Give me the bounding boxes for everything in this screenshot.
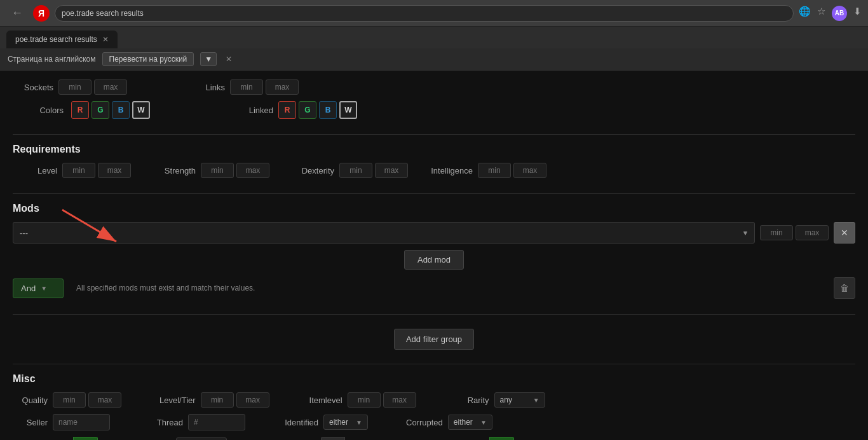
sockets-row: Sockets Links xyxy=(13,79,855,95)
itemlevel-min-input[interactable] xyxy=(348,392,381,408)
thread-input[interactable] xyxy=(188,414,245,430)
level-tier-label: Level/Tier xyxy=(159,395,196,405)
colors-buttons: R G B W xyxy=(71,101,150,119)
misc-row-3: Online only On Buyout either ▼ Alternati… xyxy=(13,437,855,440)
mods-select-wrapper: --- ▼ xyxy=(13,222,755,244)
active-tab[interactable]: poe.trade search results ✕ xyxy=(6,31,118,48)
mods-select[interactable]: --- xyxy=(13,222,755,244)
level-min-input[interactable] xyxy=(62,163,95,178)
profile-avatar[interactable]: AB xyxy=(832,6,847,21)
address-bar[interactable]: poe.trade search results xyxy=(55,5,794,22)
mods-and-row: And ▼ All specified mods must exist and … xyxy=(13,277,855,299)
linked-w-button[interactable]: W xyxy=(339,101,357,119)
dexterity-filter: Dexterity xyxy=(290,163,408,178)
tab-close-button[interactable]: ✕ xyxy=(102,35,109,44)
corrupted-field: Corrupted either ▼ xyxy=(406,415,492,430)
links-min-input[interactable] xyxy=(230,79,263,95)
online-only-on[interactable]: On xyxy=(73,437,98,440)
intelligence-label: Intelligence xyxy=(428,166,473,175)
sockets-max-input[interactable] xyxy=(94,79,127,95)
browser-icons: 🌐 ☆ AB ⬇ xyxy=(799,6,862,21)
bookmark-icon[interactable]: ☆ xyxy=(817,6,825,21)
identified-field: Identified either ▼ xyxy=(283,415,368,430)
color-w-button[interactable]: W xyxy=(132,101,150,119)
color-b-button[interactable]: B xyxy=(112,101,130,119)
seller-input[interactable] xyxy=(53,414,110,430)
browser-back-button[interactable]: ← xyxy=(6,4,28,22)
intelligence-min-input[interactable] xyxy=(478,163,511,178)
identified-value: either xyxy=(329,418,356,427)
color-g-button[interactable]: G xyxy=(92,101,109,119)
corrupted-label: Corrupted xyxy=(406,418,443,427)
add-filter-group-button[interactable]: Add filter group xyxy=(394,329,474,350)
tab-bar: poe.trade search results ✕ xyxy=(0,27,868,48)
misc-row-1: Quality Level/Tier Itemlevel xyxy=(13,392,855,408)
links-max-input[interactable] xyxy=(266,79,299,95)
linked-b-button[interactable]: B xyxy=(319,101,337,119)
online-only-field: Online only On xyxy=(13,437,98,440)
strength-input-pair xyxy=(201,163,269,178)
sockets-label: Sockets xyxy=(9,83,53,92)
level-tier-min-input[interactable] xyxy=(201,392,234,408)
mods-max-input[interactable] xyxy=(796,225,829,240)
main-content: Sockets Links Col xyxy=(0,71,868,440)
download-icon[interactable]: ⬇ xyxy=(853,6,862,21)
misc-section: Misc Quality Level/Tier xyxy=(13,364,855,440)
level-tier-max-input[interactable] xyxy=(236,392,269,408)
alt-art-field: Alternative art Off xyxy=(265,437,364,440)
sockets-min-input[interactable] xyxy=(58,79,92,95)
mods-filter-row: --- ▼ ✕ xyxy=(13,222,855,244)
and-label: And xyxy=(21,284,36,293)
strength-min-input[interactable] xyxy=(201,163,234,178)
mods-description: All specified mods must exist and match … xyxy=(76,284,255,292)
translate-dropdown-button[interactable]: ▼ xyxy=(200,52,217,66)
extensions-icon[interactable]: 🌐 xyxy=(799,6,811,21)
misc-row-2: Seller Thread Identified either ▼ Corrup… xyxy=(13,414,855,430)
filter-group-container: Add filter group xyxy=(13,315,855,364)
add-mod-button[interactable]: Add mod xyxy=(404,250,464,270)
color-r-button[interactable]: R xyxy=(71,101,89,119)
thread-field: Thread xyxy=(148,414,245,430)
strength-label: Strength xyxy=(151,166,196,175)
intelligence-max-input[interactable] xyxy=(513,163,546,178)
dexterity-max-input[interactable] xyxy=(375,163,408,178)
level-max-input[interactable] xyxy=(98,163,131,178)
and-arrow-icon: ▼ xyxy=(41,285,47,292)
tab-label: poe.trade search results xyxy=(15,35,97,44)
mods-delete-button[interactable]: ✕ xyxy=(834,222,855,244)
level-filter: Level xyxy=(13,163,131,178)
level-tier-inputs xyxy=(201,392,269,408)
quality-max-input[interactable] xyxy=(88,392,121,408)
strength-filter: Strength xyxy=(151,163,269,178)
dexterity-min-input[interactable] xyxy=(339,163,372,178)
itemlevel-max-input[interactable] xyxy=(383,392,416,408)
identified-label: Identified xyxy=(283,418,318,427)
normalize-on[interactable]: On xyxy=(489,437,514,440)
normalize-quality-toggle[interactable]: On xyxy=(470,437,514,440)
mods-min-input[interactable] xyxy=(760,225,793,240)
linked-buttons: R G B W xyxy=(278,101,357,119)
mods-value-inputs xyxy=(760,225,829,240)
mods-trash-button[interactable]: 🗑 xyxy=(834,277,855,299)
translate-button[interactable]: Перевести на русский xyxy=(102,52,194,66)
online-only-toggle[interactable]: On xyxy=(59,437,98,440)
strength-max-input[interactable] xyxy=(236,163,269,178)
alt-art-toggle[interactable]: Off xyxy=(321,437,364,440)
itemlevel-inputs xyxy=(348,392,416,408)
corrupted-value: either xyxy=(454,418,480,427)
seller-field: Seller xyxy=(13,414,110,430)
quality-field: Quality xyxy=(13,392,121,408)
translate-close-button[interactable]: ✕ xyxy=(226,55,232,64)
thread-label: Thread xyxy=(148,418,183,427)
linked-g-button[interactable]: G xyxy=(299,101,316,119)
rarity-label: Rarity xyxy=(454,395,489,405)
alt-art-off[interactable]: Off xyxy=(321,437,345,440)
quality-min-input[interactable] xyxy=(53,392,86,408)
linked-r-button[interactable]: R xyxy=(278,101,296,119)
dexterity-input-pair xyxy=(339,163,408,178)
normalize-quality-field: Normalize quality On xyxy=(402,437,514,440)
itemlevel-field: Itemlevel xyxy=(308,392,416,408)
and-dropdown[interactable]: And ▼ xyxy=(13,278,64,298)
requirements-row: Level Strength Dexterity xyxy=(13,163,855,178)
linked-label: Linked xyxy=(229,106,273,115)
